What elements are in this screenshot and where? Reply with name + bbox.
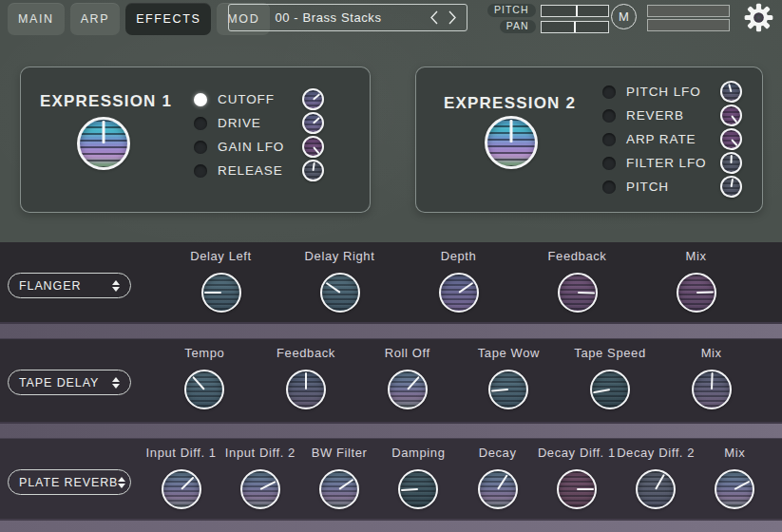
effect-row-flanger: FLANGERDelay LeftDelay RightDepthFeedbac… bbox=[0, 242, 782, 322]
plate-reverb-mix-knob[interactable] bbox=[715, 469, 754, 509]
pan-row: PAN bbox=[487, 20, 609, 33]
tab-effects[interactable]: EFFECTS bbox=[125, 3, 211, 35]
expression-target-list: CUTOFFDRIVEGAIN LFORELEASE bbox=[194, 87, 324, 182]
pitch-lfo-amount-knob[interactable] bbox=[720, 81, 742, 103]
knob-pointer bbox=[305, 372, 307, 390]
pan-slider-handle[interactable] bbox=[574, 22, 576, 32]
expression-target-row: REVERB bbox=[602, 104, 742, 127]
tab-arp[interactable]: ARP bbox=[70, 3, 121, 35]
tape-delay-effect-selector[interactable]: TAPE DELAY bbox=[8, 370, 131, 395]
preset-selector[interactable]: 00 - Brass Stacks bbox=[228, 4, 467, 31]
plugin-window: MAINARPEFFECTSMOD 00 - Brass Stacks PITC… bbox=[0, 0, 782, 532]
preset-name: 00 - Brass Stacks bbox=[229, 10, 428, 25]
release-amount-knob[interactable] bbox=[302, 160, 324, 181]
expression-target-row: RELEASE bbox=[194, 159, 324, 182]
expression-target-list: PITCH LFOREVERBARP RATEFILTER LFOPITCH bbox=[602, 80, 742, 199]
settings-gear-icon[interactable] bbox=[744, 3, 773, 32]
knob-pointer bbox=[731, 139, 737, 145]
cutoff-amount-knob[interactable] bbox=[302, 88, 324, 110]
knob-pointer bbox=[103, 121, 105, 143]
pitch-radio[interactable] bbox=[602, 180, 616, 194]
knob-pointer bbox=[407, 376, 420, 390]
knob-pointer bbox=[339, 479, 354, 490]
preset-prev-button[interactable] bbox=[428, 10, 441, 27]
plate-reverb-input-diff-2-knob[interactable] bbox=[240, 469, 280, 509]
pitch-lfo-radio[interactable] bbox=[602, 86, 616, 99]
knob-pointer bbox=[731, 155, 733, 163]
arp-rate-radio[interactable] bbox=[602, 133, 616, 146]
tape-speed-label: Tape Speed bbox=[574, 346, 645, 362]
pitch-slider-handle[interactable] bbox=[576, 6, 578, 16]
knob-pointer bbox=[491, 389, 508, 392]
expression-1-knob[interactable] bbox=[77, 117, 130, 170]
knob-cell: Decay bbox=[458, 439, 537, 519]
knob-cell: Delay Right bbox=[280, 242, 399, 322]
filter-lfo-amount-knob[interactable] bbox=[720, 152, 742, 174]
tape-delay-mix-knob[interactable] bbox=[692, 370, 732, 409]
output-bar-1[interactable] bbox=[647, 5, 730, 17]
plate-reverb-effect-selector[interactable]: PLATE REVERB bbox=[8, 469, 131, 495]
arp-rate-amount-knob[interactable] bbox=[720, 128, 742, 150]
chevron-left-icon bbox=[429, 10, 440, 26]
roll-off-label: Roll Off bbox=[385, 346, 430, 362]
expression-target-row: GAIN LFO bbox=[194, 135, 324, 159]
knob-pointer bbox=[696, 291, 713, 294]
drive-amount-knob[interactable] bbox=[302, 112, 324, 134]
pitch-amount-knob[interactable] bbox=[720, 176, 742, 198]
flanger-effect-selector[interactable]: FLANGER bbox=[8, 273, 131, 298]
tab-main[interactable]: MAIN bbox=[8, 3, 65, 35]
flanger-delay-right-knob[interactable] bbox=[320, 273, 360, 313]
expression-target-row: DRIVE bbox=[194, 111, 324, 135]
tape-delay-tape-speed-knob[interactable] bbox=[590, 370, 630, 409]
tape-delay-tempo-knob[interactable] bbox=[184, 370, 224, 409]
knob-pointer bbox=[728, 84, 732, 92]
pitch-label: PITCH bbox=[487, 4, 536, 17]
gain-lfo-amount-knob[interactable] bbox=[302, 136, 324, 158]
expression-knob-wrap bbox=[485, 116, 538, 169]
tape-delay-tape-wow-knob[interactable] bbox=[488, 370, 528, 409]
expression-2-knob[interactable] bbox=[485, 116, 538, 169]
cutoff-label: CUTOFF bbox=[218, 92, 302, 106]
reverb-radio[interactable] bbox=[602, 109, 616, 123]
drive-radio[interactable] bbox=[194, 117, 207, 130]
effect-selector-value: PLATE REVERB bbox=[19, 476, 118, 489]
flanger-delay-left-knob[interactable] bbox=[201, 273, 241, 313]
pitch-slider[interactable] bbox=[541, 5, 609, 17]
plate-reverb-decay-knob[interactable] bbox=[478, 469, 518, 509]
tape-delay-feedback-knob[interactable] bbox=[286, 370, 326, 409]
knob-cell: Feedback bbox=[518, 242, 637, 322]
filter-lfo-radio[interactable] bbox=[602, 157, 616, 170]
cutoff-radio[interactable] bbox=[194, 93, 207, 106]
reverb-amount-knob[interactable] bbox=[720, 104, 742, 126]
pitch-pan-controls: PITCH PAN bbox=[487, 4, 609, 33]
tape-wow-label: Tape Wow bbox=[478, 346, 540, 362]
release-radio[interactable] bbox=[194, 164, 207, 178]
flanger-depth-knob[interactable] bbox=[439, 273, 479, 313]
row-divider bbox=[0, 322, 782, 339]
plate-reverb-damping-knob[interactable] bbox=[398, 469, 438, 509]
knob-pointer bbox=[313, 93, 319, 100]
effect-selector-value: FLANGER bbox=[19, 279, 81, 293]
knob-pointer bbox=[313, 162, 315, 171]
effect-row-tape-delay: TAPE DELAYTempoFeedbackRoll OffTape WowT… bbox=[0, 339, 782, 422]
preset-next-button[interactable] bbox=[446, 10, 459, 27]
feedback-label: Feedback bbox=[277, 346, 335, 362]
pan-slider[interactable] bbox=[541, 21, 609, 33]
output-bar-2[interactable] bbox=[647, 19, 730, 31]
gain-lfo-radio[interactable] bbox=[194, 141, 207, 154]
flanger-feedback-knob[interactable] bbox=[558, 273, 598, 313]
knob-pointer bbox=[577, 292, 594, 294]
feedback-label: Feedback bbox=[548, 249, 607, 265]
plate-reverb-decay-diff-1-knob[interactable] bbox=[557, 469, 597, 509]
plate-reverb-decay-diff-2-knob[interactable] bbox=[636, 469, 676, 509]
knob-pointer bbox=[259, 481, 276, 490]
mono-button[interactable]: M bbox=[611, 4, 637, 29]
plate-reverb-bw-filter-knob[interactable] bbox=[319, 469, 359, 509]
tape-delay-roll-off-knob[interactable] bbox=[388, 370, 428, 409]
knob-pointer bbox=[734, 481, 751, 490]
knob-pointer bbox=[655, 474, 665, 490]
plate-reverb-input-diff-1-knob[interactable] bbox=[162, 469, 201, 509]
effects-section: FLANGERDelay LeftDelay RightDepthFeedbac… bbox=[0, 242, 782, 532]
flanger-mix-knob[interactable] bbox=[677, 273, 716, 313]
delay-right-label: Delay Right bbox=[305, 249, 375, 265]
